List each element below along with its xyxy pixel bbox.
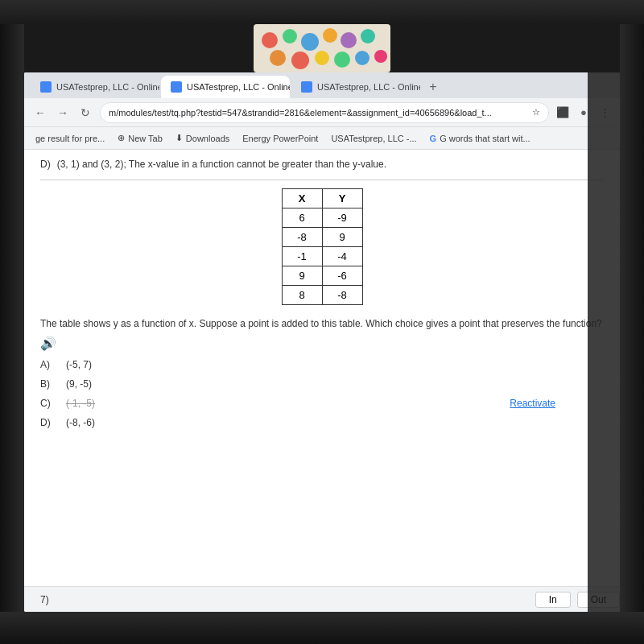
svg-point-11 [355, 51, 369, 65]
bookmark-label-1: ge result for pre... [35, 134, 105, 143]
svg-point-12 [374, 50, 387, 63]
bezel-top [0, 0, 644, 24]
table-row-2: -8 9 [282, 227, 362, 246]
cell-y-2: 9 [322, 227, 362, 246]
choice-b[interactable]: B) (9, -5) [40, 378, 604, 390]
cell-y-3: -4 [322, 246, 362, 266]
cell-y-5: -8 [322, 285, 362, 304]
cell-x-3: -1 [282, 246, 322, 266]
bookmark-label-4: Energy PowerPoint [242, 134, 318, 143]
in-button[interactable]: In [535, 592, 571, 608]
back-button[interactable]: ← [31, 103, 50, 122]
google-icon: G [430, 134, 437, 143]
bookmark-1[interactable]: ge result for pre... [31, 132, 109, 145]
url-icons: ☆ [532, 107, 540, 118]
tab-bar: USATestprep, LLC - Online State... × USA… [24, 72, 620, 98]
option-d-label: D) [40, 158, 51, 171]
bezel-right [620, 0, 644, 644]
choice-c[interactable]: C) (-1, -5) Reactivate [40, 398, 604, 409]
choice-d[interactable]: D) (-8, -6) [40, 417, 604, 428]
bookmark-3[interactable]: ⬇ Downloads [171, 131, 234, 145]
url-bar[interactable]: m/modules/test/tq.php?testid=547&strandi… [100, 102, 549, 123]
choice-c-text: (-1, -5) [66, 398, 95, 409]
sound-icon[interactable]: 🔊 [40, 336, 604, 351]
svg-point-5 [341, 32, 357, 48]
option-d-text: (3, 1) and (3, 2); The x-value in a func… [57, 158, 386, 171]
tab-label-1: USATestprep, LLC - Online State... [56, 82, 159, 92]
extensions-icon[interactable]: ⬛ [554, 104, 572, 122]
table-row-3: -1 -4 [282, 246, 362, 266]
svg-point-6 [361, 29, 375, 43]
address-bar: ← → ↻ m/modules/test/tq.php?testid=547&s… [24, 98, 620, 127]
bookmark-5[interactable]: USATestprep, LLC -... [326, 132, 421, 145]
dots-image [254, 24, 390, 72]
tab-label-2: USATestprep, LLC - Online State... [187, 82, 290, 92]
table-row-5: 8 -8 [282, 285, 362, 304]
section-divider [40, 180, 604, 180]
choice-b-label: B) [40, 378, 56, 390]
col-header-x: X [282, 188, 322, 208]
cell-y-1: -9 [322, 208, 362, 227]
tab-favicon-3 [301, 81, 312, 93]
choice-a-text: (-5, 7) [66, 359, 92, 370]
new-tab-button[interactable]: + [422, 76, 444, 98]
svg-point-7 [270, 50, 286, 66]
download-icon: ⬇ [175, 133, 183, 143]
bottom-bar: 7) In Out [24, 586, 620, 612]
svg-point-3 [301, 33, 319, 51]
bookmark-label-2: New Tab [128, 134, 163, 143]
choice-d-label: D) [40, 417, 56, 428]
tab-favicon-2 [171, 81, 182, 93]
star-icon[interactable]: ☆ [532, 107, 540, 118]
svg-point-4 [323, 28, 337, 43]
tab-label-3: USATestprep, LLC - Online State... [317, 82, 420, 92]
refresh-button[interactable]: ↻ [76, 103, 95, 122]
table-row-1: 6 -9 [282, 208, 362, 227]
svg-point-8 [291, 52, 309, 69]
reactivate-link[interactable]: Reactivate [510, 398, 555, 409]
bookmarks-bar: ge result for pre... ⊕ New Tab ⬇ Downloa… [24, 127, 620, 150]
tab-favicon-1 [40, 81, 52, 93]
bezel-left [0, 0, 24, 644]
cell-x-4: 9 [282, 266, 322, 285]
col-header-y: Y [322, 188, 362, 208]
bookmark-label-5: USATestprep, LLC -... [331, 134, 416, 143]
cell-x-5: 8 [282, 285, 322, 304]
page-content: D) (3, 1) and (3, 2); The x-value in a f… [24, 150, 620, 586]
xy-table: X Y 6 -9 -8 9 -1 [282, 188, 363, 305]
prev-answer: D) (3, 1) and (3, 2); The x-value in a f… [40, 158, 604, 171]
chrome-frame: USATestprep, LLC - Online State... × USA… [24, 72, 620, 612]
choice-c-label: C) [40, 398, 56, 409]
bookmark-6[interactable]: G G words that start wit... [425, 132, 535, 145]
url-text: m/modules/test/tq.php?testid=547&strandi… [109, 108, 492, 118]
bookmark-label-3: Downloads [186, 134, 229, 143]
cell-y-4: -6 [322, 266, 362, 285]
forward-button[interactable]: → [53, 103, 72, 122]
svg-point-9 [315, 51, 329, 65]
svg-point-2 [283, 29, 297, 43]
choice-b-text: (9, -5) [66, 378, 92, 390]
svg-point-10 [334, 52, 350, 68]
bezel-bottom [0, 612, 644, 644]
choice-d-text: (-8, -6) [66, 417, 95, 428]
svg-point-1 [262, 32, 278, 48]
tab-1[interactable]: USATestprep, LLC - Online State... × [31, 76, 159, 98]
choice-a[interactable]: A) (-5, 7) [40, 359, 604, 370]
cell-x-2: -8 [282, 227, 322, 246]
nav-buttons: ← → ↻ [31, 103, 95, 122]
bookmark-energy[interactable]: Energy PowerPoint [237, 132, 323, 145]
new-tab-icon: ⊕ [118, 133, 125, 143]
cell-x-1: 6 [282, 208, 322, 227]
table-container: X Y 6 -9 -8 9 -1 [40, 188, 604, 305]
bookmark-label-6: G words that start wit... [440, 134, 530, 143]
answer-choices: A) (-5, 7) B) (9, -5) C) (-1, -5) Reacti… [40, 359, 604, 428]
tab-3[interactable]: USATestprep, LLC - Online State... × [291, 76, 420, 98]
tab-2[interactable]: USATestprep, LLC - Online State... × [161, 76, 290, 98]
question-number: 7) [40, 594, 49, 605]
screen: USATestprep, LLC - Online State... × USA… [24, 72, 620, 612]
table-row-4: 9 -6 [282, 266, 362, 285]
question-text: The table shows y as a function of x. Su… [40, 316, 604, 331]
choice-a-label: A) [40, 359, 56, 370]
bookmark-2[interactable]: ⊕ New Tab [113, 131, 167, 145]
